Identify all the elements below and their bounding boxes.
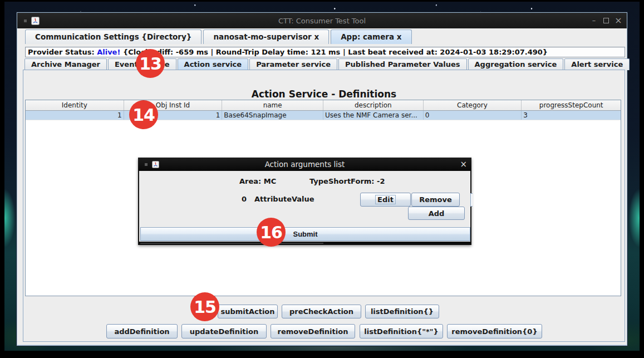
submit-button[interactable]: Submit [140, 227, 470, 241]
col-header-identity[interactable]: Identity [26, 100, 124, 110]
precheck-action-button[interactable]: preCheckAction [282, 305, 361, 318]
add-button[interactable]: Add [408, 207, 465, 220]
edit-button[interactable]: Edit [360, 193, 411, 207]
screenshot-root: { "window": { "title": "CTT: Consumer Te… [0, 0, 644, 358]
service-tab-bar: Archive Manager Event service Action ser… [24, 58, 630, 70]
update-definition-button[interactable]: updateDefinition [181, 324, 267, 339]
tab-parameter-service[interactable]: Parameter service [249, 58, 337, 70]
table-header-row: Identity Obj Inst Id name description Ca… [26, 100, 621, 111]
minimize-icon[interactable]: – [590, 17, 598, 24]
list-definition-wildcard-button[interactable]: listDefinition{"*"} [360, 324, 443, 339]
tab-alert-service[interactable]: Alert service [564, 58, 630, 70]
tab-aggregation-service[interactable]: Aggregation service [468, 58, 564, 70]
col-header-description[interactable]: description [323, 100, 424, 110]
table-row[interactable]: 1 1 Base64SnapImage Uses the NMF Camera … [26, 111, 621, 120]
edit-button-label: Edit [375, 195, 396, 204]
area-label: Area: MC [239, 177, 276, 185]
tab-communication-settings[interactable]: Communication Settings {Directory} [25, 30, 201, 44]
maximize-icon[interactable] [603, 18, 609, 23]
remove-definition-zero-button[interactable]: removeDefinition{0} [447, 324, 542, 339]
dialog-bottom-border [138, 242, 471, 245]
cell-progressstepcount: 3 [522, 111, 621, 120]
tab-action-service[interactable]: Action service [178, 58, 249, 70]
cell-category: 0 [424, 111, 522, 120]
dialog-title: Action arguments list [138, 160, 471, 169]
tab-published-parameter-values[interactable]: Published Parameter Values [338, 58, 467, 70]
dialog-close-icon[interactable]: × [460, 159, 467, 169]
window-titlebar: CTT: Consumer Test Tool – × [17, 13, 627, 28]
col-header-name[interactable]: name [222, 100, 323, 110]
page-title: Action Service - Definitions [23, 89, 625, 100]
cell-name: Base64SnapImage [222, 111, 323, 120]
provider-status-prefix: Provider Status: [28, 48, 97, 56]
add-definition-button[interactable]: addDefinition [106, 324, 178, 339]
submit-action-button[interactable]: submitAction [218, 305, 278, 318]
argument-index: 0 [242, 195, 247, 203]
tab-nanosat-mo-supervisor[interactable]: nanosat-mo-supervisor x [203, 30, 329, 44]
cell-description: Uses the NMF Camera ser... [323, 111, 424, 120]
dialog-body: Area: MC TypeShortForm: -2 0 AttributeVa… [139, 171, 470, 242]
col-header-category[interactable]: Category [424, 100, 522, 110]
col-header-progressstepcount[interactable]: progressStepCount [522, 100, 621, 110]
close-icon[interactable]: × [614, 17, 622, 24]
tab-archive-manager[interactable]: Archive Manager [24, 58, 107, 70]
type-short-form-label: TypeShortForm: -2 [309, 177, 385, 185]
annotation-badge-14: 14 [129, 100, 158, 129]
action-arguments-dialog: Action arguments list × Area: MC TypeSho… [138, 158, 471, 245]
provider-status-details: {Clocks diff: -659 ms | Round-Trip Delay… [120, 48, 548, 56]
window-title: CTT: Consumer Test Tool [17, 17, 627, 25]
annotation-badge-13: 13 [136, 49, 165, 78]
clipped-button-sliver [470, 193, 473, 207]
list-definition-button[interactable]: listDefinition{} [365, 305, 439, 318]
provider-status-alive: Alive! [97, 48, 120, 56]
annotation-badge-15: 15 [190, 292, 219, 321]
argument-name: AttributeValue [254, 195, 314, 203]
remove-button[interactable]: Remove [411, 193, 460, 207]
tab-app-camera[interactable]: App: camera x [331, 30, 411, 44]
cell-identity: 1 [26, 111, 124, 120]
window-controls: – × [590, 17, 622, 24]
main-tab-bar: Communication Settings {Directory} nanos… [25, 29, 412, 44]
annotation-badge-16: 16 [257, 218, 286, 247]
remove-definition-button[interactable]: removeDefinition [271, 324, 355, 339]
dialog-titlebar: Action arguments list × [138, 158, 471, 171]
provider-status-bar: Provider Status: Alive! {Clocks diff: -6… [25, 47, 625, 57]
